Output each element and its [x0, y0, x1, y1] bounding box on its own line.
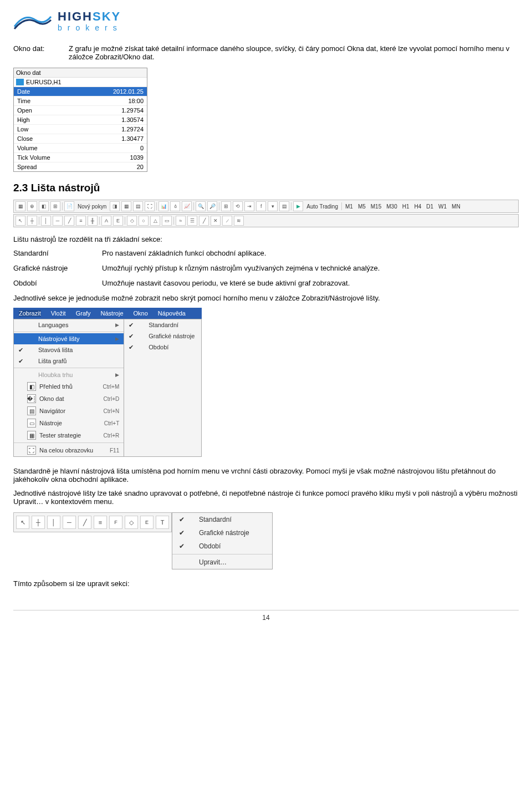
menubar-item[interactable]: Grafy	[76, 310, 91, 317]
tb-btn[interactable]: 📄	[64, 201, 74, 211]
tb-btn[interactable]: ▶	[293, 201, 303, 211]
shape-icon[interactable]: ○	[139, 216, 149, 226]
cursor-icon[interactable]: ↖	[16, 516, 29, 529]
menu-item[interactable]: ◧Přehled trhůCtrl+M	[14, 380, 124, 393]
equi-icon[interactable]: E	[140, 516, 154, 529]
crosshair-icon[interactable]: ┼	[27, 216, 37, 226]
tool-icon[interactable]: ≈	[176, 216, 186, 226]
period-button[interactable]: D1	[424, 202, 435, 211]
menu-item[interactable]: ▤NavigátorCtrl+N	[14, 405, 124, 417]
cursor-icon[interactable]: ↖	[16, 216, 25, 226]
tb-btn[interactable]: ⟲	[233, 201, 243, 211]
tb-btn[interactable]: ▤	[279, 201, 289, 211]
tb-btn[interactable]: ⇥	[244, 201, 254, 211]
tb-btn[interactable]: 📊	[158, 201, 168, 211]
tb-btn[interactable]: ⊕	[27, 201, 37, 211]
tb-btn[interactable]: ⊞	[50, 201, 60, 211]
period-button[interactable]: W1	[437, 202, 448, 211]
tb-btn[interactable]: 🕯	[170, 201, 180, 211]
channel-icon[interactable]: ≡	[94, 516, 107, 529]
tb-btn[interactable]: ▾	[268, 201, 278, 211]
tool-icon[interactable]: ⟋	[222, 216, 232, 226]
tb-btn[interactable]: 📈	[182, 201, 192, 211]
menu-icon: ▤	[27, 406, 36, 415]
trendline-icon[interactable]: ╱	[64, 216, 74, 226]
tb-btn[interactable]: ◧	[39, 201, 49, 211]
menu-item[interactable]: Upravit…	[172, 556, 272, 569]
menu-item[interactable]: Languages▶	[14, 319, 124, 330]
tool-icon[interactable]: ≋	[234, 216, 244, 226]
fib-icon[interactable]: ╫	[88, 216, 98, 226]
panel-row: Spread20	[14, 162, 147, 172]
tb-btn[interactable]: ⊞	[221, 201, 231, 211]
shape-icon[interactable]: △	[150, 216, 160, 226]
check-icon: ✔	[179, 529, 185, 537]
shape-icon[interactable]: ◇	[125, 516, 138, 529]
menu-item[interactable]: Nástrojové lišty▶	[14, 333, 124, 344]
period-button[interactable]: M15	[369, 202, 383, 211]
menu-item[interactable]: ✔Standardní	[124, 319, 201, 330]
text-icon[interactable]: T	[156, 516, 169, 529]
shape-icon[interactable]: ◇	[127, 216, 137, 226]
tb-btn[interactable]: ⛶	[145, 201, 155, 211]
menubar-item[interactable]: Okno	[134, 310, 148, 317]
hline-icon[interactable]: ─	[53, 216, 63, 226]
menu-shortcut: Ctrl+R	[104, 432, 120, 439]
tb-btn[interactable]: f	[256, 201, 266, 211]
tb-new-order[interactable]: Nový pokyn	[76, 202, 108, 211]
menu-label: Upravit…	[199, 558, 265, 566]
tb-separator	[193, 202, 194, 210]
label-icon[interactable]: E	[113, 216, 123, 226]
menu-label: Grafické nástroje	[149, 333, 197, 339]
fib-icon[interactable]: F	[109, 516, 122, 529]
channel-icon[interactable]: ≡	[76, 216, 86, 226]
text-icon[interactable]: A	[101, 216, 111, 226]
tb-btn[interactable]: ▦	[16, 201, 25, 211]
menu-item[interactable]: ✔Grafické nástroje	[124, 330, 201, 342]
menu-shortcut: Ctrl+D	[104, 396, 120, 402]
vline-icon[interactable]: │	[41, 216, 51, 226]
menubar-item[interactable]: Nástroje	[101, 310, 124, 317]
menu-item[interactable]: ⛶Na celou obrazovkuF11	[14, 444, 124, 456]
menu-item[interactable]: �┊Okno datCtrl+D	[14, 393, 124, 405]
menu-item[interactable]: ✔Standardní	[172, 513, 272, 526]
menubar-item[interactable]: Nápověda	[158, 310, 186, 317]
tb-btn[interactable]: ▤	[133, 201, 143, 211]
period-button[interactable]: H1	[401, 202, 411, 211]
panel-symbol-row: EURUSD,H1	[14, 78, 147, 86]
period-button[interactable]: M5	[356, 202, 367, 211]
menu-item[interactable]: ✔Stavová lišta	[14, 344, 124, 355]
tb-btn[interactable]: ▦	[121, 201, 131, 211]
menu-item[interactable]: ✔Období	[172, 540, 272, 553]
tb-btn[interactable]: ◨	[110, 201, 120, 211]
menubar-item[interactable]: Zobrazit	[19, 310, 41, 317]
tb-separator	[99, 217, 100, 225]
def-term: Grafické nástroje	[13, 264, 102, 272]
hline-icon[interactable]: ─	[63, 516, 76, 529]
menu-item[interactable]: ▦Tester strategieCtrl+R	[14, 429, 124, 441]
crosshair-icon[interactable]: ┼	[32, 516, 45, 529]
zoom-in-icon[interactable]: 🔍	[196, 201, 206, 211]
tb-separator	[173, 217, 174, 225]
tool-icon[interactable]: ☰	[187, 216, 197, 226]
tb-autotrading[interactable]: Auto Trading	[305, 202, 340, 211]
tool-icon[interactable]: ╱	[199, 216, 209, 226]
zoom-out-icon[interactable]: 🔎	[207, 201, 217, 211]
period-button[interactable]: MN	[450, 202, 462, 211]
tool-icon[interactable]: ✕	[211, 216, 221, 226]
menu-item[interactable]: ▭NástrojeCtrl+T	[14, 417, 124, 429]
menu-label: Tester strategie	[39, 432, 100, 439]
vline-icon[interactable]: │	[47, 516, 60, 529]
shape-icon[interactable]: ▭	[162, 216, 172, 226]
period-button[interactable]: M1	[344, 202, 355, 211]
period-button[interactable]: M30	[385, 202, 398, 211]
page-number: 14	[13, 610, 519, 622]
menu-label: Stavová lišta	[38, 347, 119, 353]
trendline-icon[interactable]: ╱	[78, 516, 91, 529]
menubar-item[interactable]: Vložit	[51, 310, 66, 317]
menu-item[interactable]: ✔Lišta grafů	[14, 355, 124, 367]
period-button[interactable]: H4	[412, 202, 423, 211]
menu-item[interactable]: ✔Grafické nástroje	[172, 526, 272, 540]
menu-item[interactable]: ✔Období	[124, 342, 201, 353]
menu-item[interactable]: Hloubka trhu▶	[14, 369, 124, 380]
